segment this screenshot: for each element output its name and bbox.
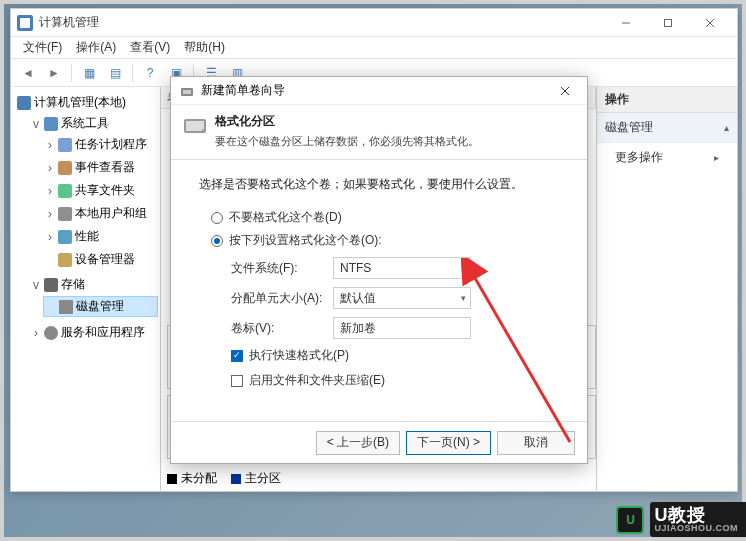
- checkbox-enable-compression[interactable]: 启用文件和文件夹压缩(E): [231, 372, 559, 389]
- tree-root[interactable]: 计算机管理(本地): [34, 94, 126, 111]
- wizard-footer: < 上一步(B) 下一页(N) > 取消: [171, 421, 587, 463]
- wizard-intro-text: 选择是否要格式化这个卷；如果要格式化，要使用什么设置。: [199, 176, 559, 193]
- wizard-heading: 格式化分区: [215, 113, 573, 130]
- filesystem-combobox[interactable]: NTFS ▾: [333, 257, 471, 279]
- task-scheduler-icon: [58, 138, 72, 152]
- tree-storage[interactable]: 存储: [61, 276, 85, 293]
- close-button[interactable]: [689, 11, 731, 35]
- computer-icon: [17, 96, 31, 110]
- menu-help[interactable]: 帮助(H): [178, 37, 231, 58]
- back-icon[interactable]: ◄: [17, 62, 39, 84]
- menu-action[interactable]: 操作(A): [70, 37, 122, 58]
- tree-system-tools[interactable]: 系统工具: [61, 115, 109, 132]
- volume-label-textbox[interactable]: 新加卷: [333, 317, 471, 339]
- twisty-icon[interactable]: v: [31, 278, 41, 292]
- legend: 未分配 主分区: [167, 470, 281, 487]
- disk-icon: [59, 300, 73, 314]
- twisty-icon[interactable]: ›: [45, 184, 55, 198]
- menu-view[interactable]: 查看(V): [124, 37, 176, 58]
- wizard-body: 选择是否要格式化这个卷；如果要格式化，要使用什么设置。 不要格式化这个卷(D) …: [171, 160, 587, 421]
- twisty-icon[interactable]: ›: [45, 230, 55, 244]
- folder-icon: [44, 117, 58, 131]
- actions-header: 操作: [597, 87, 737, 113]
- radio-icon: [211, 212, 223, 224]
- chevron-down-icon: ▾: [461, 263, 466, 273]
- device-manager-icon: [58, 253, 72, 267]
- cancel-button[interactable]: 取消: [497, 431, 575, 455]
- maximize-button[interactable]: [647, 11, 689, 35]
- tree-services-apps[interactable]: 服务和应用程序: [61, 324, 145, 341]
- allocation-unit-combobox[interactable]: 默认值 ▾: [333, 287, 471, 309]
- checkbox-icon: [231, 350, 243, 362]
- menubar: 文件(F) 操作(A) 查看(V) 帮助(H): [11, 37, 737, 59]
- watermark: U U教授 UJIAOSHOU.COM: [616, 502, 746, 537]
- tree-local-users[interactable]: 本地用户和组: [75, 205, 147, 222]
- navigation-tree[interactable]: 计算机管理(本地) v系统工具 ›任务计划程序 ›事件查看器 ›共享文件夹 ›本…: [11, 87, 161, 491]
- users-icon: [58, 207, 72, 221]
- actions-group-title[interactable]: 磁盘管理▴: [597, 113, 737, 143]
- menu-file[interactable]: 文件(F): [17, 37, 68, 58]
- actions-panel: 操作 磁盘管理▴ 更多操作▸: [597, 87, 737, 491]
- twisty-icon[interactable]: ›: [45, 161, 55, 175]
- minimize-button[interactable]: [605, 11, 647, 35]
- storage-icon: [44, 278, 58, 292]
- services-icon: [44, 326, 58, 340]
- twisty-icon[interactable]: ›: [45, 207, 55, 221]
- wizard-subheading: 要在这个磁盘分区上储存数据，你必须先将其格式化。: [215, 134, 573, 149]
- tree-event-viewer[interactable]: 事件查看器: [75, 159, 135, 176]
- twisty-icon[interactable]: ›: [45, 138, 55, 152]
- toolbar-btn-1[interactable]: ▦: [78, 62, 100, 84]
- chevron-right-icon: ▸: [714, 152, 719, 163]
- label-volume-name: 卷标(V):: [231, 320, 323, 337]
- tree-device-manager[interactable]: 设备管理器: [75, 251, 135, 268]
- radio-no-format[interactable]: 不要格式化这个卷(D): [211, 209, 559, 226]
- app-icon: [17, 15, 33, 31]
- collapse-arrow-icon: ▴: [724, 122, 729, 133]
- performance-icon: [58, 230, 72, 244]
- svg-point-10: [202, 129, 204, 131]
- wizard-titlebar: 新建简单卷向导: [171, 77, 587, 105]
- svg-rect-5: [183, 90, 191, 94]
- next-button[interactable]: 下一页(N) >: [406, 431, 491, 455]
- checkbox-icon: [231, 375, 243, 387]
- wizard-close-button[interactable]: [551, 81, 579, 101]
- disk-drive-icon: [183, 115, 207, 135]
- window-title: 计算机管理: [39, 14, 605, 31]
- actions-more[interactable]: 更多操作▸: [597, 143, 737, 172]
- tree-task-scheduler[interactable]: 任务计划程序: [75, 136, 147, 153]
- event-viewer-icon: [58, 161, 72, 175]
- shared-folders-icon: [58, 184, 72, 198]
- twisty-icon[interactable]: v: [31, 117, 41, 131]
- twisty-icon[interactable]: ›: [31, 326, 41, 340]
- new-simple-volume-wizard: 新建简单卷向导 格式化分区 要在这个磁盘分区上储存数据，你必须先将其格式化。 选…: [170, 76, 588, 464]
- toolbar-btn-2[interactable]: ▤: [104, 62, 126, 84]
- tree-disk-management[interactable]: 磁盘管理: [76, 298, 124, 315]
- tree-performance[interactable]: 性能: [75, 228, 99, 245]
- svg-rect-9: [186, 121, 204, 131]
- chevron-down-icon: ▾: [461, 293, 466, 303]
- titlebar: 计算机管理: [11, 9, 737, 37]
- wizard-icon: [179, 83, 195, 99]
- checkbox-quick-format[interactable]: 执行快速格式化(P): [231, 347, 559, 364]
- label-allocation-unit: 分配单元大小(A):: [231, 290, 323, 307]
- label-filesystem: 文件系统(F):: [231, 260, 323, 277]
- svg-rect-1: [665, 19, 672, 26]
- wizard-title: 新建简单卷向导: [201, 82, 551, 99]
- back-button[interactable]: < 上一步(B): [316, 431, 400, 455]
- wizard-header: 格式化分区 要在这个磁盘分区上储存数据，你必须先将其格式化。: [171, 105, 587, 160]
- help-icon[interactable]: ?: [139, 62, 161, 84]
- tree-shared-folders[interactable]: 共享文件夹: [75, 182, 135, 199]
- radio-format-with-settings[interactable]: 按下列设置格式化这个卷(O):: [211, 232, 559, 249]
- forward-icon[interactable]: ►: [43, 62, 65, 84]
- swatch-unallocated-icon: [167, 474, 177, 484]
- swatch-primary-icon: [231, 474, 241, 484]
- radio-icon: [211, 235, 223, 247]
- watermark-logo-icon: U: [616, 506, 644, 534]
